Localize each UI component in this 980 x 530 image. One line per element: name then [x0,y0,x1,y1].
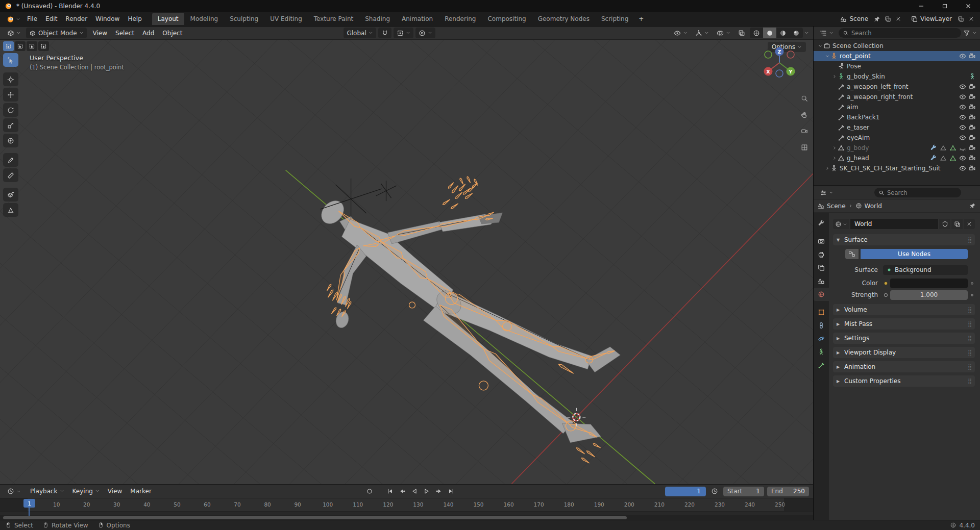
node-tree-button[interactable] [845,249,859,259]
strength-slider[interactable]: 1.000 [890,290,968,300]
disable-render-icon[interactable] [969,93,976,100]
timeline-scrollbar-thumb[interactable] [3,516,627,519]
surface-shader-dropdown[interactable]: Background [883,265,968,275]
xray-toggle[interactable] [735,28,748,38]
world-name-input[interactable] [854,220,934,228]
workspace-tab-animation[interactable]: Animation [396,13,438,25]
disable-render-icon[interactable] [969,83,976,90]
panel-drag-grip[interactable]: ⣿ [968,378,971,385]
properties-search[interactable] [874,188,961,197]
workspace-tab-texture-paint[interactable]: Texture Paint [308,13,359,25]
timeline-menu-marker[interactable]: Marker [126,486,155,496]
disable-render-icon[interactable] [969,114,976,121]
snap-toggle[interactable] [378,28,391,38]
surface-panel-header[interactable]: ▼ Surface ⣿ [833,234,975,245]
expander-icon[interactable] [817,43,823,48]
properties-tab-physics[interactable] [814,332,829,345]
hide-viewport-icon[interactable] [959,93,966,100]
new-viewlayer-icon[interactable] [956,14,965,23]
panel-drag-grip[interactable]: ⣿ [968,307,971,313]
workspace-tab-scripting[interactable]: Scripting [596,13,634,25]
shading-wireframe-button[interactable] [750,28,763,38]
panel-drag-grip[interactable]: ⣿ [968,364,971,370]
pin-icon[interactable] [969,203,976,209]
animate-dot-icon[interactable] [969,292,975,298]
viewlayer-selector[interactable]: ViewLayer [909,14,954,23]
mesh-data-icon[interactable] [940,155,947,162]
workspace-tab-rendering[interactable]: Rendering [439,13,481,25]
timeline-ruler[interactable]: 1020304050607080901001101201301401501601… [0,498,813,512]
expander-icon[interactable] [831,145,838,150]
disable-render-icon[interactable] [969,165,976,172]
properties-tab-world[interactable] [814,288,829,301]
editor-type-button[interactable] [4,28,24,38]
outliner-item-backpack1[interactable]: BackPack1 [814,112,980,122]
tool-rotate[interactable] [3,103,18,117]
properties-tab-object[interactable] [814,306,829,319]
outliner-item-g-head[interactable]: g_head [814,153,980,163]
timeline-editor-type-button[interactable] [4,486,24,497]
pin-icon[interactable] [872,14,881,23]
prev-keyframe-button[interactable] [397,486,408,496]
timeline-menu-playback[interactable]: Playback [26,486,68,496]
use-nodes-button[interactable]: Use Nodes [861,249,968,259]
mode-dropdown[interactable]: Object Mode [26,28,87,38]
play-reverse-button[interactable] [409,486,420,496]
shading-solid-button[interactable] [763,28,776,38]
menu-help[interactable]: Help [124,13,145,24]
disable-render-icon[interactable] [969,53,976,60]
workspace-tab-modeling[interactable]: Modeling [185,13,224,25]
animate-dot-icon[interactable] [969,281,975,286]
wrench-mod-icon[interactable] [930,144,937,152]
unlink-world-button[interactable] [964,219,975,229]
transform-orientation-dropdown[interactable]: Global [344,28,376,38]
minimize-button[interactable] [910,0,933,12]
properties-tab-bone[interactable] [814,359,829,372]
camera-view-button[interactable] [801,128,808,136]
overlays-dropdown[interactable] [714,28,733,38]
disable-render-icon[interactable] [969,155,976,162]
outliner-item-pose[interactable]: Pose [814,61,980,71]
disable-render-icon[interactable] [969,134,976,141]
chevron-down-icon[interactable] [972,31,977,35]
select-mode-intersect[interactable] [38,41,49,51]
wrench-mod-icon[interactable] [930,155,937,162]
workspace-tab-shading[interactable]: Shading [359,13,396,25]
tool-annotate[interactable] [3,153,18,167]
workspace-tab-compositing[interactable]: Compositing [482,13,531,25]
world-name-field[interactable] [850,219,938,229]
hide-viewport-icon[interactable] [959,144,966,152]
outliner-item-a-weapon-right-front[interactable]: a_weapon_right_front [814,92,980,102]
fake-user-button[interactable] [939,219,950,229]
disable-render-icon[interactable] [969,124,976,131]
panel-animation[interactable]: ▶Animation⣿ [833,361,975,372]
panel-drag-grip[interactable]: ⣿ [968,237,971,243]
disable-render-icon[interactable] [969,144,976,152]
expander-icon[interactable] [824,166,830,171]
menu-window[interactable]: Window [91,13,124,24]
tool-move[interactable] [3,88,18,102]
filter-icon[interactable] [963,30,970,37]
timeline-menu-view[interactable]: View [104,486,126,496]
jump-end-button[interactable] [446,486,457,496]
hide-viewport-icon[interactable] [959,124,966,131]
hide-viewport-icon[interactable] [959,155,966,162]
properties-tab-scene[interactable] [814,274,829,288]
jump-start-button[interactable] [384,486,396,496]
grid-ortho-button[interactable] [801,144,808,153]
tool-scale[interactable] [3,118,18,132]
frame-start-field[interactable]: Start 1 [723,487,764,496]
viewport-menu-object[interactable]: Object [158,28,186,38]
hide-viewport-icon[interactable] [959,165,966,172]
properties-editor-type-button[interactable] [817,187,837,198]
outliner-item-a-weapon-left-front[interactable]: a_weapon_left_front [814,82,980,92]
outliner-search[interactable] [839,28,961,38]
expander-icon[interactable] [824,54,830,59]
outliner-editor-type-button[interactable] [817,28,837,38]
unlink-scene-icon[interactable] [894,14,903,23]
breadcrumb-world[interactable]: World [865,203,882,210]
hide-viewport-icon[interactable] [959,104,966,111]
tool-add-primitive[interactable] [3,203,18,217]
tool-cursor-3d[interactable] [3,72,18,86]
menu-file[interactable]: File [23,13,41,24]
